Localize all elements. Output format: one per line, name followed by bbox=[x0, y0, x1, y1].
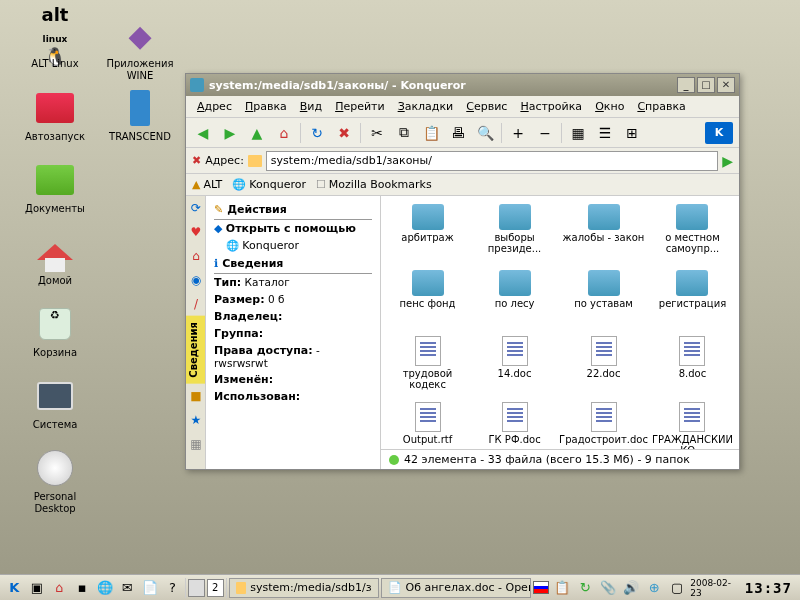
desktop-icon-alt-linux[interactable]: altlinux🐧ALT Linux bbox=[15, 15, 95, 70]
desktop-icon-система[interactable]: Система bbox=[15, 376, 95, 431]
up-button[interactable]: ▲ bbox=[246, 122, 268, 144]
menu-Настройка[interactable]: Настройка bbox=[515, 98, 587, 115]
pager-1[interactable] bbox=[188, 579, 205, 597]
menu-Адрес[interactable]: Адрес bbox=[192, 98, 237, 115]
show-desktop-button[interactable]: ▣ bbox=[27, 578, 48, 598]
file-item[interactable]: 8.doc bbox=[650, 336, 735, 400]
date[interactable]: 2008-02-23 bbox=[690, 578, 738, 598]
taskbar-task[interactable]: system:/media/sdb1/з bbox=[229, 578, 379, 598]
go-button[interactable]: ▶ bbox=[722, 153, 733, 169]
tab-info[interactable]: Сведения bbox=[186, 316, 205, 384]
menu-Сервис[interactable]: Сервис bbox=[461, 98, 512, 115]
file-item[interactable]: выборы президе... bbox=[472, 204, 557, 268]
file-item[interactable]: жалобы - закон bbox=[559, 204, 648, 268]
office-button[interactable]: 📄 bbox=[140, 578, 161, 598]
tab-media-icon[interactable]: ▦ bbox=[186, 432, 206, 456]
menu-Закладки[interactable]: Закладки bbox=[393, 98, 459, 115]
address-input[interactable] bbox=[266, 151, 718, 171]
terminal-button[interactable]: ▪ bbox=[72, 578, 93, 598]
tab-network-icon[interactable]: ◉ bbox=[186, 268, 206, 292]
desktop-icon-приложения-wine[interactable]: ◆Приложения WINE bbox=[100, 15, 180, 82]
tray-sound-icon[interactable]: 🔊 bbox=[621, 578, 641, 598]
tray-display-icon[interactable]: ▢ bbox=[667, 578, 687, 598]
bookmark-bar: ▲ALT🌐Konqueror☐Mozilla Bookmarks bbox=[186, 174, 739, 196]
bookmark-Konqueror[interactable]: 🌐Konqueror bbox=[232, 178, 306, 191]
home-button[interactable]: ⌂ bbox=[49, 578, 70, 598]
find-button[interactable]: 🔍 bbox=[474, 122, 496, 144]
desktop-icon-transcend[interactable]: TRANSCEND bbox=[100, 88, 180, 143]
zoom-out-button[interactable]: − bbox=[534, 122, 556, 144]
file-item[interactable]: регистрация bbox=[650, 270, 735, 334]
pager-2[interactable]: 2 bbox=[207, 579, 224, 597]
desktop-icon-документы[interactable]: Документы bbox=[15, 160, 95, 215]
info-row: Права доступа: -rwsrwsrwt bbox=[214, 342, 372, 371]
file-item[interactable]: 22.doc bbox=[559, 336, 648, 400]
close-button[interactable]: ✕ bbox=[717, 77, 735, 93]
address-label: Адрес: bbox=[205, 154, 244, 167]
titlebar[interactable]: system:/media/sdb1/законы/ - Konqueror _… bbox=[186, 74, 739, 96]
file-item[interactable]: Output.rtf bbox=[385, 402, 470, 449]
tab-bookmark-icon[interactable]: ★ bbox=[186, 408, 206, 432]
bookmark-Mozilla Bookmarks[interactable]: ☐Mozilla Bookmarks bbox=[316, 178, 432, 191]
open-with-row[interactable]: ◆ Открыть с помощью bbox=[214, 220, 372, 237]
desktop-icon-personal-desktop[interactable]: Personal Desktop bbox=[15, 448, 95, 515]
help-button[interactable]: ? bbox=[162, 578, 183, 598]
menu-Перейти[interactable]: Перейти bbox=[330, 98, 390, 115]
file-item[interactable]: арбитраж bbox=[385, 204, 470, 268]
tray-klipper-icon[interactable]: 📎 bbox=[598, 578, 618, 598]
browser-button[interactable]: 🌐 bbox=[94, 578, 115, 598]
minimize-button[interactable]: _ bbox=[677, 77, 695, 93]
menu-Вид[interactable]: Вид bbox=[295, 98, 327, 115]
konqueror-window: system:/media/sdb1/законы/ - Konqueror _… bbox=[185, 73, 740, 470]
mail-button[interactable]: ✉ bbox=[117, 578, 138, 598]
tray-updates-icon[interactable]: ↻ bbox=[575, 578, 595, 598]
tab-home-icon[interactable]: ⌂ bbox=[186, 244, 206, 268]
file-item[interactable]: ГК РФ.doc bbox=[472, 402, 557, 449]
clear-icon[interactable]: ✖ bbox=[192, 154, 201, 167]
desktop-icon-корзина[interactable]: ♻Корзина bbox=[15, 304, 95, 359]
maximize-button[interactable]: □ bbox=[697, 77, 715, 93]
file-item[interactable]: трудовой кодекс bbox=[385, 336, 470, 400]
file-item[interactable]: 14.doc bbox=[472, 336, 557, 400]
menu-Окно[interactable]: Окно bbox=[590, 98, 629, 115]
tray-network-icon[interactable]: ⊕ bbox=[644, 578, 664, 598]
open-with-konqueror[interactable]: 🌐 Konqueror bbox=[214, 237, 372, 254]
tray-clipboard-icon[interactable]: 📋 bbox=[552, 578, 572, 598]
cut-button[interactable]: ✂ bbox=[366, 122, 388, 144]
clock[interactable]: 13:37 bbox=[741, 580, 796, 596]
zoom-in-button[interactable]: + bbox=[507, 122, 529, 144]
print-button[interactable]: 🖶 bbox=[447, 122, 469, 144]
view-list-button[interactable]: ☰ bbox=[594, 122, 616, 144]
view-icons-button[interactable]: ▦ bbox=[567, 122, 589, 144]
tab-services-icon[interactable]: ■ bbox=[186, 384, 206, 408]
desktop-icon-автозапуск[interactable]: Автозапуск bbox=[15, 88, 95, 143]
taskbar-task[interactable]: 📄Об ангелах.doc - OpenO bbox=[381, 578, 531, 598]
desktop-icon-домой[interactable]: Домой bbox=[15, 232, 95, 287]
file-item[interactable]: о местном самоупр... bbox=[650, 204, 735, 268]
paste-button[interactable]: 📋 bbox=[420, 122, 442, 144]
forward-button[interactable]: ▶ bbox=[219, 122, 241, 144]
kmenu-button[interactable]: K bbox=[4, 578, 25, 598]
file-item[interactable]: по лесу bbox=[472, 270, 557, 334]
keyboard-layout[interactable] bbox=[533, 581, 550, 594]
back-button[interactable]: ◀ bbox=[192, 122, 214, 144]
info-row: Размер: 0 б bbox=[214, 291, 372, 308]
menu-Справка[interactable]: Справка bbox=[632, 98, 690, 115]
file-item[interactable]: Градостроит.doc bbox=[559, 402, 648, 449]
info-panel: ✎Действия ◆ Открыть с помощью 🌐 Konquero… bbox=[206, 196, 381, 469]
side-tabs: ⟳ ♥ ⌂ ◉ / Сведения ■ ★ ▦ bbox=[186, 196, 206, 469]
file-item[interactable]: пенс фонд bbox=[385, 270, 470, 334]
menu-Правка[interactable]: Правка bbox=[240, 98, 292, 115]
home-button[interactable]: ⌂ bbox=[273, 122, 295, 144]
file-item[interactable]: ГРАЖДАНСКИЙ КО... bbox=[650, 402, 735, 449]
tab-favorite-icon[interactable]: ♥ bbox=[186, 220, 206, 244]
icon-grid[interactable]: арбитражвыборы президе...жалобы - законо… bbox=[381, 196, 739, 449]
view-tree-button[interactable]: ⊞ bbox=[621, 122, 643, 144]
bookmark-ALT[interactable]: ▲ALT bbox=[192, 178, 222, 191]
copy-button[interactable]: ⧉ bbox=[393, 122, 415, 144]
stop-button[interactable]: ✖ bbox=[333, 122, 355, 144]
tab-history-icon[interactable]: ⟳ bbox=[186, 196, 206, 220]
tab-root-icon[interactable]: / bbox=[186, 292, 206, 316]
file-item[interactable]: по уставам bbox=[559, 270, 648, 334]
reload-button[interactable]: ↻ bbox=[306, 122, 328, 144]
